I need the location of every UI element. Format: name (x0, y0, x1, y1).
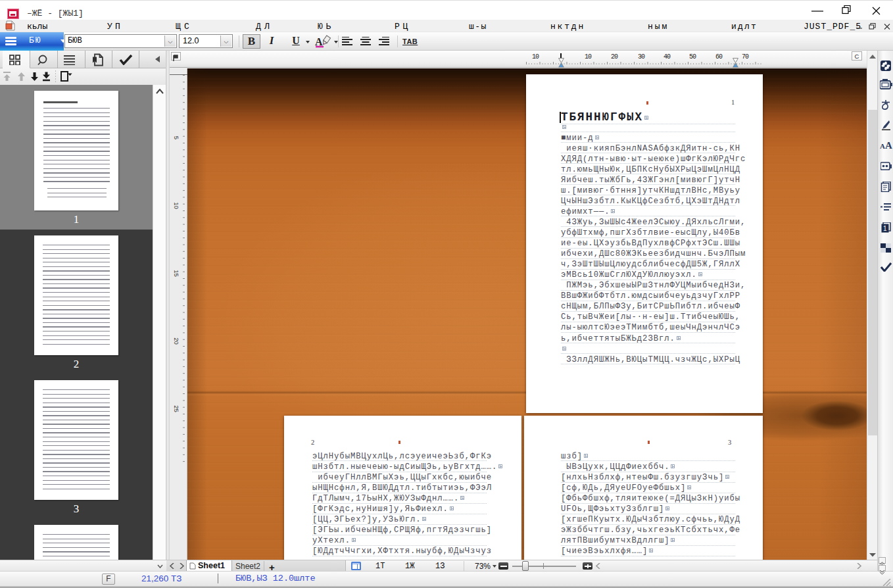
svg-text:A: A (315, 36, 323, 47)
svg-text:1: 1 (883, 225, 887, 232)
